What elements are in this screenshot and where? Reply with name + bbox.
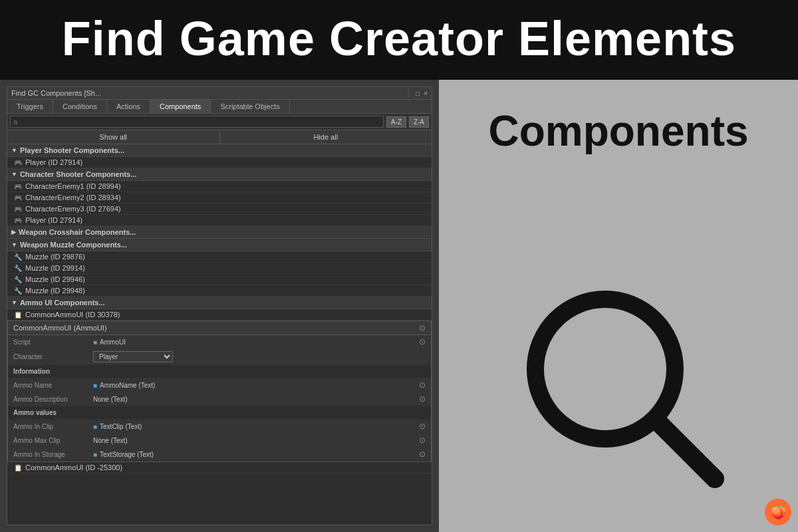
tab-actions[interactable]: Actions <box>107 100 150 113</box>
item-label: CommonAmmoUI (ID 30378) <box>25 311 120 319</box>
ammo-desc-row: Ammo Description None (Text) ⊙ <box>8 392 431 406</box>
ammo-name-value: ■ AmmoName (Text) <box>93 382 419 389</box>
item-icon: 🎮 <box>14 194 22 201</box>
ammo-clip-value-text: TextClip (Text) <box>100 423 142 430</box>
magnify-glass-svg <box>512 279 725 492</box>
section-weapon-crosshair[interactable]: ▶ Weapon Crosshair Components... <box>7 226 432 239</box>
list-item[interactable]: 🔧 Muzzle (ID 29876) <box>7 251 432 263</box>
ammo-clip-row: Ammo In Clip ■ TextClip (Text) ⊙ <box>8 420 431 434</box>
item-icon: 🔧 <box>14 287 22 295</box>
section-arrow: ▼ <box>11 299 17 306</box>
section-label: Player Shooter Components... <box>20 146 124 154</box>
main-content: Find GC Components [Sh... ⋮ □ × Triggers… <box>0 80 798 532</box>
ammo-desc-label: Ammo Description <box>13 396 93 403</box>
ammo-name-row: Ammo Name ■ AmmoName (Text) ⊙ <box>8 378 431 392</box>
item-icon: 🎮 <box>14 159 22 166</box>
list-item[interactable]: 🎮 CharacterEnemy3 (ID 27694) <box>7 203 432 215</box>
window-menu-icon[interactable]: ⋮ <box>405 90 412 97</box>
script-link-icon: ■ <box>93 338 97 346</box>
bottom-item-label: CommonAmmoUI (ID -25300) <box>25 464 122 471</box>
character-label: Character <box>13 353 93 360</box>
right-title: Components <box>488 106 748 156</box>
item-icon: 🔧 <box>14 253 22 261</box>
bottom-list-item[interactable]: 📋 CommonAmmoUI (ID -25300) <box>7 462 432 473</box>
item-label: Player (ID 27914) <box>25 216 82 224</box>
character-dropdown[interactable]: Player <box>93 351 173 362</box>
section-character-shooter[interactable]: ▼ Character Shooter Components... <box>7 168 432 181</box>
section-arrow: ▶ <box>11 229 16 235</box>
ammo-storage-value-text: TextStorage (Text) <box>100 451 154 458</box>
item-icon: 🔧 <box>14 265 22 272</box>
ammo-clip-circle-btn[interactable]: ⊙ <box>419 422 426 431</box>
script-row: Script ■ AmmoUI ⊙ <box>8 335 431 349</box>
item-icon: 🎮 <box>14 205 22 213</box>
list-item[interactable]: 🔧 Muzzle (ID 29948) <box>7 285 432 297</box>
list-item[interactable]: 🔧 Muzzle (ID 29914) <box>7 263 432 274</box>
values-section-header: Ammo values <box>8 406 431 420</box>
tab-triggers[interactable]: Triggers <box>7 100 53 113</box>
list-item[interactable]: 🎮 CharacterEnemy1 (ID 28994) <box>7 181 432 192</box>
ammo-storage-label: Ammo In Storage <box>13 451 93 458</box>
script-circle-btn[interactable]: ⊙ <box>419 337 426 346</box>
list-item[interactable]: 🎮 CharacterEnemy2 (ID 28934) <box>7 192 432 203</box>
section-label: Ammo UI Components... <box>20 299 105 307</box>
section-label: Weapon Crosshair Components... <box>19 228 136 236</box>
ammo-max-label: Ammo Max Clip <box>13 437 93 444</box>
expanded-component: CommonAmmoUI (AmmoUI) ⊙ Script ■ AmmoUI … <box>7 321 432 462</box>
item-label: CharacterEnemy1 (ID 28994) <box>25 182 121 190</box>
sort-az-button[interactable]: A-Z <box>386 116 406 128</box>
left-panel: Find GC Components [Sh... ⋮ □ × Triggers… <box>0 80 439 532</box>
ammo-max-circle-btn[interactable]: ⊙ <box>419 436 426 445</box>
tab-conditions[interactable]: Conditions <box>53 100 107 113</box>
character-row: Character Player <box>8 349 431 365</box>
window-close-icon[interactable]: × <box>424 90 428 97</box>
character-value: Player <box>93 351 426 362</box>
list-item[interactable]: 🎮 Player (ID 27914) <box>7 215 432 226</box>
page-header: Find Game Creator Elements <box>0 0 798 80</box>
ammo-desc-circle-btn[interactable]: ⊙ <box>419 394 426 404</box>
section-player-shooter[interactable]: ▼ Player Shooter Components... <box>7 144 432 157</box>
right-panel: Components 🍑 <box>439 80 798 532</box>
ammo-desc-value-text: None (Text) <box>93 396 128 403</box>
list-item[interactable]: 🎮 Player (ID 27914) <box>7 157 432 168</box>
unity-window: Find GC Components [Sh... ⋮ □ × Triggers… <box>7 86 432 525</box>
ammo-desc-value: None (Text) <box>93 396 419 403</box>
hide-all-button[interactable]: Hide all <box>220 130 432 144</box>
expand-circle-btn[interactable]: ⊙ <box>419 323 426 332</box>
search-bar: A-Z Z-A <box>7 114 432 130</box>
section-weapon-muzzle[interactable]: ▼ Weapon Muzzle Components... <box>7 239 432 251</box>
ammo-clip-value: ■ TextClip (Text) <box>93 423 419 430</box>
item-label: Muzzle (ID 29914) <box>25 264 85 272</box>
ammo-max-value: None (Text) <box>93 437 419 444</box>
search-input[interactable] <box>10 116 384 128</box>
window-maximize-icon[interactable]: □ <box>416 90 420 97</box>
list-item[interactable]: 🔧 Muzzle (ID 29946) <box>7 274 432 285</box>
peach-logo: 🍑 <box>765 499 791 525</box>
tab-scriptable-objects[interactable]: Scriptable Objects <box>211 100 289 113</box>
ammo-max-value-text: None (Text) <box>93 437 128 444</box>
magnify-container <box>512 279 725 492</box>
list-item[interactable]: 📋 CommonAmmoUI (ID 30378) <box>7 309 432 321</box>
section-arrow: ▼ <box>11 147 17 154</box>
item-label: Muzzle (ID 29876) <box>25 253 85 261</box>
item-icon: 🎮 <box>14 183 22 190</box>
item-icon: 📋 <box>14 311 22 319</box>
svg-line-1 <box>658 422 715 479</box>
info-section-header: Information <box>8 365 431 378</box>
script-label: Script <box>13 338 93 346</box>
window-titlebar: Find GC Components [Sh... ⋮ □ × <box>7 87 432 100</box>
item-icon: 🎮 <box>14 217 22 224</box>
sort-za-button[interactable]: Z-A <box>409 116 429 128</box>
ammo-name-circle-btn[interactable]: ⊙ <box>419 380 426 390</box>
ammo-storage-value: ■ TextStorage (Text) <box>93 451 419 458</box>
show-all-button[interactable]: Show all <box>7 130 220 144</box>
expanded-header[interactable]: CommonAmmoUI (AmmoUI) ⊙ <box>8 321 431 335</box>
ammo-storage-circle-btn[interactable]: ⊙ <box>419 450 426 459</box>
tab-components[interactable]: Components <box>150 100 211 113</box>
section-label: Character Shooter Components... <box>20 170 136 178</box>
window-controls: ⋮ □ × <box>405 90 428 97</box>
item-icon: 🔧 <box>14 276 22 283</box>
ammo-storage-link-icon: ■ <box>93 451 97 458</box>
page-title: Find Game Creator Elements <box>62 11 736 66</box>
section-ammo-ui[interactable]: ▼ Ammo UI Components... <box>7 297 432 309</box>
